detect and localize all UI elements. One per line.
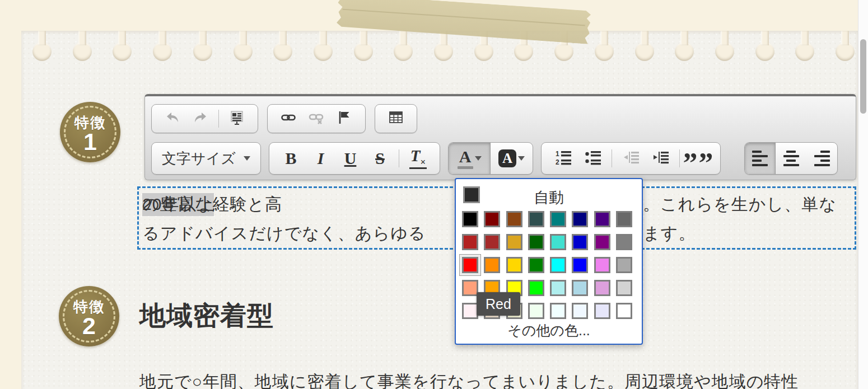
color-swatch[interactable] [462,257,478,273]
more-colors-link[interactable]: その他の色... [456,321,642,340]
anchor-button[interactable] [330,105,358,133]
color-swatch[interactable] [506,211,522,227]
indent-button[interactable] [646,143,675,174]
section-paragraph: 地元で○年間、地域に密着して事業を行なってまいりました。周辺環境や地域の特性 [139,371,799,389]
binding-hole [715,42,734,61]
color-swatch[interactable] [484,234,500,250]
link-icon [281,110,296,128]
color-swatch[interactable] [616,234,632,250]
link-button[interactable] [274,105,302,133]
color-swatch[interactable] [506,257,522,273]
remove-format-button[interactable]: T× [403,143,433,174]
color-swatch[interactable] [462,280,478,296]
outdent-button[interactable] [616,143,646,174]
editor-toolbar: 文字サイズ B I U S T× A A [144,94,856,180]
redo-icon [193,110,208,128]
color-swatch[interactable] [594,211,610,227]
color-swatch[interactable] [594,257,610,273]
color-swatch[interactable] [594,303,610,319]
scrollbar-thumb[interactable] [860,39,866,114]
binding-hole [73,42,92,61]
bulleted-list-button[interactable] [578,143,608,174]
strikethrough-icon: S [375,150,385,167]
scrollbar-track[interactable] [858,0,868,389]
color-swatch[interactable] [462,234,478,250]
color-swatch[interactable] [550,234,566,250]
chevron-down-icon [518,156,525,161]
color-swatch[interactable] [462,303,478,319]
numbered-list-icon: 12 [555,149,572,167]
font-size-label: 文字サイズ [162,149,236,168]
color-swatch[interactable] [572,211,588,227]
color-swatch[interactable] [616,257,632,273]
editor-line1-right: 。これらを生かし、単な [643,193,837,216]
basic-styles-group: B I U S T× [269,142,440,175]
color-swatch[interactable] [528,211,544,227]
text-color-icon: A [458,148,473,169]
bold-button[interactable]: B [276,143,306,174]
redo-button[interactable] [186,105,214,133]
color-swatch[interactable] [572,257,588,273]
undo-button[interactable] [158,105,186,133]
underline-icon: U [344,150,357,167]
font-size-dropdown[interactable]: 文字サイズ [151,142,261,175]
page: 特徴 1 特徴 2 当社には20年以上の豊富な経験と高 。これらを生かし、単な … [0,0,868,389]
link-group [267,104,366,133]
color-swatch[interactable] [594,234,610,250]
color-swatch[interactable] [550,211,566,227]
align-right-icon [814,151,830,166]
color-swatch[interactable] [506,234,522,250]
automatic-color-option[interactable]: 自動 [459,184,638,207]
table-button[interactable] [382,105,410,133]
binding-hole [434,42,453,61]
color-swatch[interactable] [594,280,610,296]
numbered-list-button[interactable]: 12 [548,143,578,174]
binding-hole [193,42,212,61]
binding-hole [755,42,774,61]
align-right-button[interactable] [806,143,837,174]
color-swatch[interactable] [616,211,632,227]
color-swatch[interactable] [572,234,588,250]
background-color-button[interactable]: A [491,143,533,174]
italic-button[interactable]: I [306,143,335,174]
color-swatch[interactable] [528,234,544,250]
color-swatch[interactable] [550,303,566,319]
editor-line2-right: ます。 [643,222,696,245]
unlink-button[interactable] [302,105,330,133]
paste-document-button[interactable] [223,105,251,133]
binding-hole [474,42,493,61]
binding-hole [836,42,855,61]
color-swatch[interactable] [484,257,500,273]
binding-hole [153,42,172,61]
table-group [375,104,417,133]
color-swatch[interactable] [572,303,588,319]
unlink-icon [309,110,324,128]
align-center-button[interactable] [776,143,806,174]
blockquote-button[interactable]: ”” [684,143,713,174]
color-swatch[interactable] [550,257,566,273]
underline-button[interactable]: U [335,143,365,174]
text-color-button[interactable]: A [449,143,491,174]
align-left-button[interactable] [745,143,776,174]
divider [679,149,680,167]
toolbar-row-2: 文字サイズ B I U S T× A A [151,142,838,175]
color-swatch[interactable] [528,280,544,296]
color-swatch[interactable] [616,280,632,296]
color-swatch[interactable] [528,303,544,319]
binding-hole [354,42,373,61]
strikethrough-button[interactable]: S [365,143,395,174]
color-swatch[interactable] [462,211,478,227]
flag-icon [337,110,352,128]
divider [612,149,612,167]
italic-icon: I [318,150,324,167]
color-swatch[interactable] [528,257,544,273]
color-swatch[interactable] [572,280,588,296]
color-swatch[interactable] [616,303,632,319]
feature-badge-1: 特徴 1 [60,102,120,162]
list-indent-group: 12 ”” [541,142,721,175]
color-swatch[interactable] [484,211,500,227]
text-color-panel: 自動 Red その他の色... [455,178,643,345]
divider [218,110,219,128]
color-swatch[interactable] [550,280,566,296]
automatic-color-label: 自動 [459,188,638,208]
